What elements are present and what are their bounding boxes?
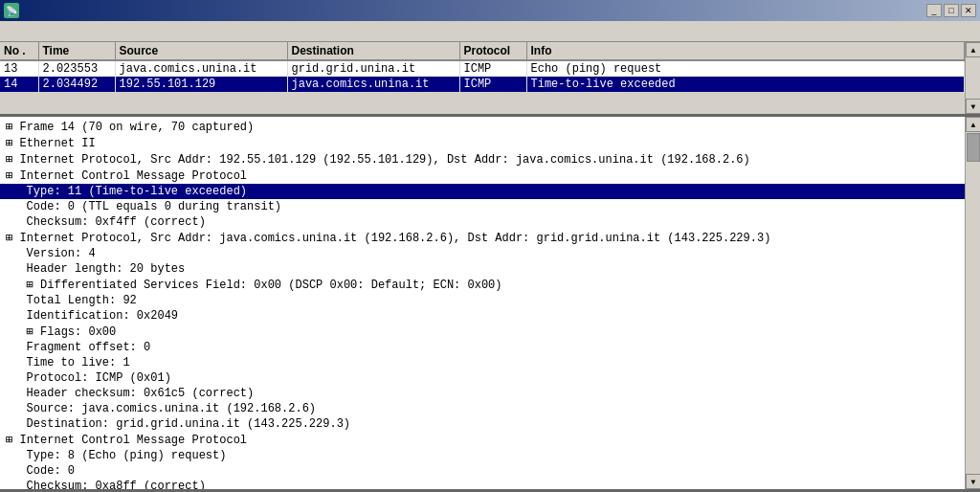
menu-file[interactable] [4,30,19,34]
packet-list-pane: No . Time Source Destination Protocol In… [0,42,980,117]
detail-scroll-up[interactable]: ▲ [966,117,980,132]
cell-protocol: ICMP [459,60,526,77]
detail-line-ip2-totlen[interactable]: Total Length: 92 [0,293,965,308]
col-header-protocol: Protocol [459,42,526,60]
cell-no: 14 [0,77,38,92]
col-header-info: Info [526,42,965,60]
detail-scroll-down[interactable]: ▼ [966,474,980,489]
cell-time: 2.023553 [38,60,115,77]
detail-line-ip2-cksum[interactable]: Header checksum: 0x61c5 (correct) [0,386,965,401]
packet-rows[interactable]: 132.023553java.comics.unina.itgrid.grid.… [0,60,965,92]
detail-line-ethernet[interactable]: ⊞ Ethernet II [0,135,965,151]
cell-destination: grid.grid.unina.it [287,60,459,77]
col-header-source: Source [115,42,287,60]
table-row[interactable]: 142.034492192.55.101.129java.comics.unin… [0,77,965,92]
detail-line-icmp2-code[interactable]: Code: 0 [0,463,965,479]
menu-capture[interactable] [34,30,50,34]
detail-line-ip2-version[interactable]: Version: 4 [0,246,965,261]
cell-info: Time-to-live exceeded [526,77,965,92]
packet-list-scrollbar[interactable]: ▲ ▼ [965,42,980,114]
col-header-destination: Destination [287,42,459,60]
detail-pane: ⊞ Frame 14 (70 on wire, 70 captured)⊞ Et… [0,117,980,492]
detail-lines[interactable]: ⊞ Frame 14 (70 on wire, 70 captured)⊞ Et… [0,119,965,489]
detail-scrollbar[interactable]: ▲ ▼ [965,117,980,489]
close-button[interactable]: ✕ [961,4,976,17]
detail-line-ip2-dsf[interactable]: ⊞ Differentiated Services Field: 0x00 (D… [0,277,965,293]
cell-time: 2.034492 [38,77,115,92]
cell-source: java.comics.unina.it [115,60,287,77]
detail-line-ip2-ttl[interactable]: Time to live: 1 [0,355,965,370]
maximize-button[interactable]: □ [944,4,959,17]
detail-line-ip2-proto[interactable]: Protocol: ICMP (0x01) [0,370,965,386]
detail-line-frame[interactable]: ⊞ Frame 14 (70 on wire, 70 captured) [0,119,965,135]
menu-bar [0,21,980,42]
detail-line-ip2-frag[interactable]: Fragment offset: 0 [0,340,965,355]
main-content: No . Time Source Destination Protocol In… [0,42,980,492]
cell-no: 13 [0,60,38,77]
scroll-up-btn[interactable]: ▲ [966,42,980,57]
col-header-no: No . [0,42,38,60]
detail-line-icmp-checksum[interactable]: Checksum: 0xf4ff (correct) [0,214,965,230]
detail-scroll-thumb[interactable] [967,133,980,162]
detail-line-ip2-hlen[interactable]: Header length: 20 bytes [0,261,965,277]
detail-line-ip2-dst[interactable]: Destination: grid.grid.unina.it (143.225… [0,416,965,432]
table-row[interactable]: 132.023553java.comics.unina.itgrid.grid.… [0,60,965,77]
app-icon: 📡 [4,3,19,18]
detail-line-icmp[interactable]: ⊞ Internet Control Message Protocol [0,168,965,184]
cell-destination: java.comics.unina.it [287,77,459,92]
scroll-down-btn[interactable]: ▼ [966,99,980,114]
title-bar: 📡 _ □ ✕ [0,0,980,21]
menu-edit[interactable] [19,30,34,34]
detail-line-icmp2-type[interactable]: Type: 8 (Echo (ping) request) [0,448,965,463]
packet-table: No . Time Source Destination Protocol In… [0,42,965,92]
menu-help[interactable] [961,30,976,34]
title-bar-left: 📡 [4,3,23,18]
cell-info: Echo (ping) request [526,60,965,77]
detail-line-ip[interactable]: ⊞ Internet Protocol, Src Addr: 192.55.10… [0,151,965,168]
cell-source: 192.55.101.129 [115,77,287,92]
menu-display[interactable] [50,30,65,34]
detail-line-icmp-code[interactable]: Code: 0 (TTL equals 0 during transit) [0,199,965,214]
detail-line-icmp-type[interactable]: Type: 11 (Time-to-live exceeded) [0,184,965,199]
col-header-time: Time [38,42,115,60]
window-controls[interactable]: _ □ ✕ [926,4,976,17]
table-header-row: No . Time Source Destination Protocol In… [0,42,965,60]
detail-line-ip2[interactable]: ⊞ Internet Protocol, Src Addr: java.comi… [0,230,965,246]
detail-line-icmp2[interactable]: ⊞ Internet Control Message Protocol [0,432,965,448]
minimize-button[interactable]: _ [926,4,942,17]
cell-protocol: ICMP [459,77,526,92]
detail-line-icmp2-cksum[interactable]: Checksum: 0xa8ff (correct) [0,479,965,489]
detail-line-ip2-id[interactable]: Identification: 0x2049 [0,308,965,324]
detail-line-ip2-flags[interactable]: ⊞ Flags: 0x00 [0,324,965,340]
detail-line-ip2-src[interactable]: Source: java.comics.unina.it (192.168.2.… [0,401,965,416]
menu-tools[interactable] [65,30,80,34]
